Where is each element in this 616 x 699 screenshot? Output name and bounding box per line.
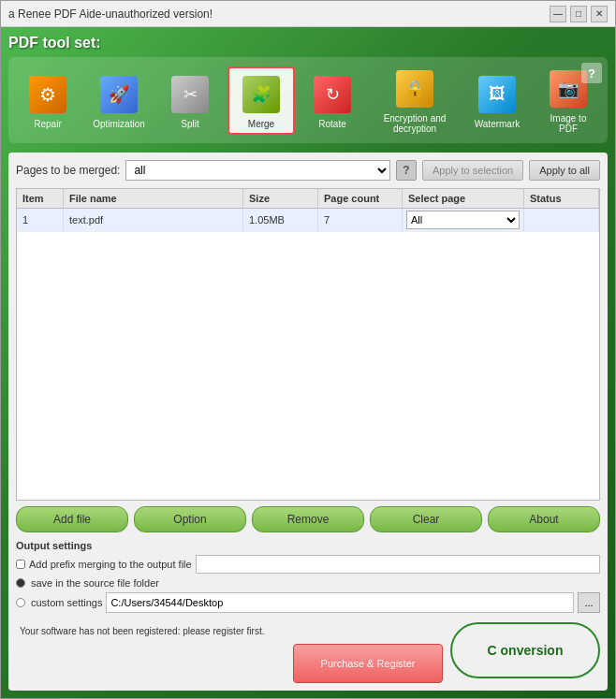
- optimization-label: Optimization: [93, 119, 145, 129]
- prefix-row: Add prefix merging to the output file: [16, 555, 600, 574]
- custom-row: custom settings ...: [16, 592, 600, 613]
- tool-split[interactable]: ✂ Split: [156, 68, 224, 133]
- custom-label: custom settings: [31, 597, 102, 608]
- browse-button[interactable]: ...: [578, 592, 600, 613]
- pages-row: Pages to be merged: all ? Apply to selec…: [16, 160, 600, 181]
- output-settings-label: Output settings: [16, 540, 600, 551]
- table-row[interactable]: 1 text.pdf 1.05MB 7 All: [17, 209, 599, 232]
- title-bar: a Renee PDF Aide-unauthorized version! —…: [1, 1, 615, 27]
- encrypt-icon: 🔒: [392, 66, 437, 111]
- option-button[interactable]: Option: [134, 506, 246, 532]
- remove-button[interactable]: Remove: [252, 506, 364, 532]
- minimize-button[interactable]: —: [550, 6, 566, 22]
- merge-label: Merge: [248, 119, 274, 129]
- bottom-buttons: Add file Option Remove Clear About: [16, 506, 600, 532]
- merge-icon: 🧩: [239, 72, 284, 117]
- apply-selection-button[interactable]: Apply to selection: [422, 160, 523, 181]
- custom-radio[interactable]: [16, 598, 25, 607]
- tool-repair[interactable]: ⚙ Repair: [14, 68, 81, 133]
- prefix-input[interactable]: [196, 555, 600, 574]
- table-body: 1 text.pdf 1.05MB 7 All: [17, 209, 599, 500]
- rotate-label: Rotate: [318, 119, 345, 129]
- tool-watermark[interactable]: 🖼 Watermark: [463, 68, 531, 133]
- output-settings: Output settings Add prefix merging to th…: [16, 540, 600, 613]
- purchase-button[interactable]: Purchase & Register: [293, 644, 443, 683]
- save-radio[interactable]: [16, 578, 25, 588]
- file-table: Item File name Size Page count Select pa…: [16, 188, 600, 501]
- clear-button[interactable]: Clear: [370, 506, 482, 532]
- inner-panel: Pages to be merged: all ? Apply to selec…: [8, 153, 608, 691]
- main-content: PDF tool set: ? ⚙ Repair 🚀 Optimization: [1, 27, 615, 698]
- close-button[interactable]: ✕: [591, 6, 608, 22]
- encrypt-label: Encryption and decryption: [375, 113, 454, 134]
- split-label: Split: [181, 119, 198, 129]
- convert-button[interactable]: C onversion: [450, 622, 600, 678]
- window-controls: — □ ✕: [550, 6, 608, 22]
- status-area: Your software has not been registered: p…: [16, 622, 443, 683]
- tool-icons-row: ? ⚙ Repair 🚀 Optimization ✂ Spli: [8, 57, 608, 143]
- col-item: Item: [17, 189, 64, 208]
- pages-select[interactable]: all: [125, 160, 390, 181]
- prefix-label: Add prefix merging to the output file: [29, 559, 192, 570]
- window-title: a Renee PDF Aide-unauthorized version!: [8, 7, 213, 21]
- bottom-area: Your software has not been registered: p…: [16, 622, 600, 683]
- rotate-icon: ↻: [310, 72, 355, 117]
- status-message: Your software has not been registered: p…: [16, 622, 443, 640]
- save-row: save in the source file folder: [16, 577, 600, 589]
- apply-all-button[interactable]: Apply to all: [529, 160, 600, 181]
- select-page-dropdown[interactable]: All: [406, 211, 520, 229]
- split-icon: ✂: [168, 72, 213, 117]
- cell-filename: text.pdf: [64, 209, 243, 231]
- prefix-checkbox[interactable]: [16, 560, 25, 569]
- pages-label: Pages to be merged:: [16, 164, 120, 177]
- maximize-button[interactable]: □: [570, 6, 587, 22]
- watermark-icon: 🖼: [475, 72, 520, 117]
- cell-pagecount: 7: [318, 209, 403, 231]
- repair-label: Repair: [34, 119, 61, 129]
- add-file-button[interactable]: Add file: [16, 506, 128, 532]
- optimization-icon: 🚀: [96, 72, 141, 117]
- cell-status: [524, 209, 599, 231]
- image-to-pdf-label: Image to PDF: [540, 113, 596, 134]
- save-label: save in the source file folder: [31, 577, 159, 589]
- help-icon[interactable]: ?: [581, 63, 602, 83]
- about-button[interactable]: About: [488, 506, 600, 532]
- pdf-toolbar-label: PDF tool set:: [8, 35, 608, 51]
- col-status: Status: [524, 189, 599, 208]
- main-window: a Renee PDF Aide-unauthorized version! —…: [0, 0, 616, 699]
- cell-size: 1.05MB: [243, 209, 318, 231]
- watermark-label: Watermark: [475, 119, 521, 129]
- table-header: Item File name Size Page count Select pa…: [17, 189, 599, 209]
- col-size: Size: [243, 189, 318, 208]
- col-pagecount: Page count: [318, 189, 403, 208]
- custom-path-input[interactable]: [106, 592, 574, 613]
- tool-rotate[interactable]: ↻ Rotate: [299, 68, 366, 133]
- tool-optimization[interactable]: 🚀 Optimization: [85, 68, 153, 133]
- col-selectpage: Select page: [403, 189, 524, 208]
- cell-selectpage: All: [403, 209, 524, 231]
- repair-icon: ⚙: [25, 72, 70, 117]
- pages-help-button[interactable]: ?: [396, 160, 417, 181]
- tool-merge[interactable]: 🧩 Merge: [227, 66, 295, 135]
- tool-encrypt[interactable]: 🔒 Encryption and decryption: [370, 63, 460, 138]
- cell-item: 1: [17, 209, 64, 231]
- col-filename: File name: [64, 189, 243, 208]
